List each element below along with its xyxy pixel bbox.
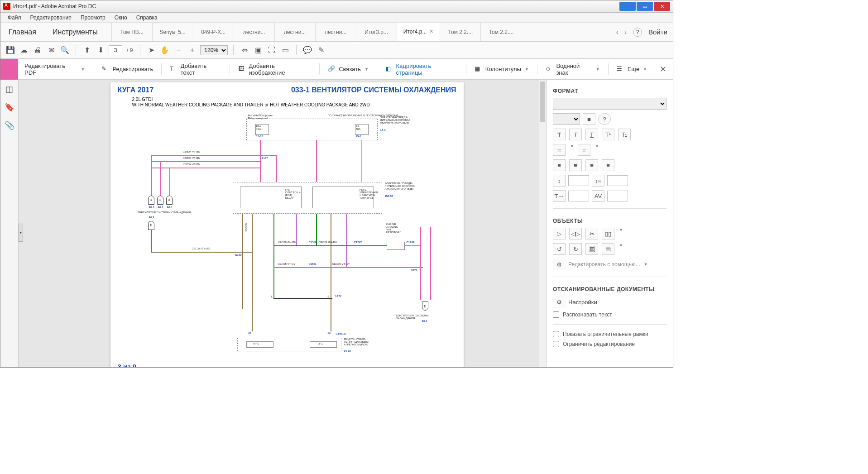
more-button[interactable]: ☰Еще▼ [611,59,652,80]
crop-object-button[interactable]: ✂ [585,228,598,239]
thumbnails-icon[interactable]: ◫ [5,84,13,94]
highlight-icon[interactable]: ✎ [316,45,326,56]
fit-width-icon[interactable]: ⇔ [239,45,250,56]
line-spacing-input[interactable] [568,175,589,186]
bullet-list-button[interactable]: ≣ [553,144,566,156]
chevron-down-icon[interactable]: ▼ [570,144,574,156]
edit-button[interactable]: ✎Редактировать [96,59,158,80]
chevron-down-icon[interactable]: ▼ [619,228,623,239]
crop-pages-button[interactable]: ◧Кадрировать страницы [380,59,463,80]
mail-icon[interactable]: ✉ [46,45,57,56]
tabs-prev-button[interactable]: ‹ [616,29,619,36]
doctab-8[interactable]: Том 2.2.... [440,23,480,41]
doctab-4[interactable]: лестни... [274,23,315,41]
rotate-cw-button[interactable]: ↻ [569,243,582,255]
help-icon[interactable]: ? [633,28,642,37]
add-text-button[interactable]: TДобавить текст [164,59,227,80]
login-button[interactable]: Войти [648,28,667,36]
fullscreen-icon[interactable]: ⛶ [266,45,277,56]
italic-button[interactable]: T [569,129,582,140]
comment-icon[interactable]: 💬 [302,45,313,56]
page-number-input[interactable] [109,45,122,55]
expand-left-handle[interactable]: ▸ [19,224,23,242]
doctab-2[interactable]: 049-P-X... [193,23,234,41]
header-footer-button[interactable]: ▦Колонтитулы▼ [469,59,534,80]
subscript-button[interactable]: T₁ [618,129,631,140]
window-close-button[interactable]: ✕ [654,2,670,11]
doctab-5[interactable]: лестни... [315,23,356,41]
zoom-out-icon[interactable]: − [173,45,184,56]
save-icon[interactable]: 💾 [5,45,16,56]
close-edit-toolbar-button[interactable]: ✕ [653,64,673,74]
align-justify-button[interactable]: ≡ [602,159,614,171]
add-image-button[interactable]: 🖼Добавить изображение [233,59,317,80]
underline-button[interactable]: T [585,129,598,140]
align-objects-button[interactable]: ▤ [602,243,614,255]
replace-image-button[interactable]: 🖼 [585,243,598,255]
select-tool-icon[interactable]: ➤ [146,45,157,56]
read-mode-icon[interactable]: ▭ [280,45,291,56]
zoom-in-icon[interactable]: + [187,45,197,56]
print-icon[interactable]: 🖨 [32,45,43,56]
doctab-0[interactable]: Том HB... [111,23,152,41]
fit-page-icon[interactable]: ▣ [253,45,264,56]
menu-file[interactable]: Файл [3,14,26,21]
cloud-icon[interactable]: ☁ [19,45,29,56]
vertical-scrollbar[interactable] [539,80,546,367]
edit-pdf-dropdown[interactable]: Редактировать PDF▼ [19,59,90,80]
chevron-down-icon[interactable]: ▼ [644,262,648,267]
paragraph-spacing-input[interactable] [607,175,628,186]
color-picker-button[interactable]: ■ [583,113,595,125]
char-spacing-input[interactable] [607,191,628,201]
bold-button[interactable]: T [553,129,566,140]
window-minimize-button[interactable]: — [619,2,636,11]
window-maximize-button[interactable]: ▭ [637,2,653,11]
bookmarks-icon[interactable]: 🔖 [5,102,14,112]
menu-help[interactable]: Справка [132,14,162,21]
settings-link[interactable]: Настройки [568,299,597,306]
chevron-down-icon[interactable]: ▼ [595,144,599,156]
help-format-icon[interactable]: ? [598,113,611,125]
zoom-select[interactable]: 120% [200,45,228,55]
link-button[interactable]: 🔗Связать▼ [322,59,374,80]
flip-horizontal-button[interactable]: ◁▷ [569,228,582,239]
font-family-select[interactable] [553,98,667,110]
menu-view[interactable]: Просмотр [76,14,110,21]
doctab-6[interactable]: Итог3.p... [356,23,397,41]
arrange-button[interactable]: ▯▯ [602,228,614,239]
watermark-button[interactable]: ◇Водяной знак▼ [540,59,605,80]
doctab-9[interactable]: Том 2.2.... [480,23,521,41]
page-up-icon[interactable]: ⬆ [82,45,92,56]
edit-pdf-tab-icon[interactable] [0,59,18,80]
menu-window[interactable]: Окно [110,14,132,21]
header-footer-icon: ▦ [475,65,483,73]
scrollbar-thumb[interactable] [540,81,545,122]
page-scroll-area[interactable]: КУГА 2017 033-1 ВЕНТИЛЯТОР СИСТЕМЫ ОХЛАЖ… [19,80,546,367]
rotate-ccw-button[interactable]: ↺ [553,243,566,255]
number-list-button[interactable]: ≡ [578,144,590,156]
tab-tools[interactable]: Инструменты [44,28,106,36]
align-left-button[interactable]: ≡ [553,159,566,171]
flip-vertical-button[interactable]: ▷ [553,228,566,239]
superscript-button[interactable]: T¹ [602,129,614,140]
edit-with-link[interactable]: Редактировать с помощью... [568,261,640,268]
chevron-down-icon[interactable]: ▼ [619,243,623,255]
tabs-next-button[interactable]: › [624,29,627,36]
hand-tool-icon[interactable]: ✋ [159,45,170,56]
align-center-button[interactable]: ≡ [569,159,582,171]
menu-edit[interactable]: Редактирование [26,14,76,21]
horizontal-scale-input[interactable] [568,191,589,201]
page-down-icon[interactable]: ⬇ [95,45,106,56]
close-icon[interactable]: ✕ [429,29,433,34]
doctab-1[interactable]: Seriya_5... [152,23,193,41]
font-size-select[interactable] [553,113,580,125]
align-right-button[interactable]: ≡ [585,159,598,171]
show-boxes-checkbox[interactable]: Показать ограничительные рамки [553,331,667,337]
restrict-editing-checkbox[interactable]: Ограничить редактирование [553,341,667,347]
doctab-7[interactable]: Итог4.p...✕ [397,23,440,41]
tab-home[interactable]: Главная [0,28,44,36]
recognize-text-checkbox[interactable]: Распознавать текст [553,311,667,318]
attachments-icon[interactable]: 📎 [5,120,14,130]
search-icon[interactable]: 🔍 [59,45,70,56]
doctab-3[interactable]: лестни... [234,23,274,41]
